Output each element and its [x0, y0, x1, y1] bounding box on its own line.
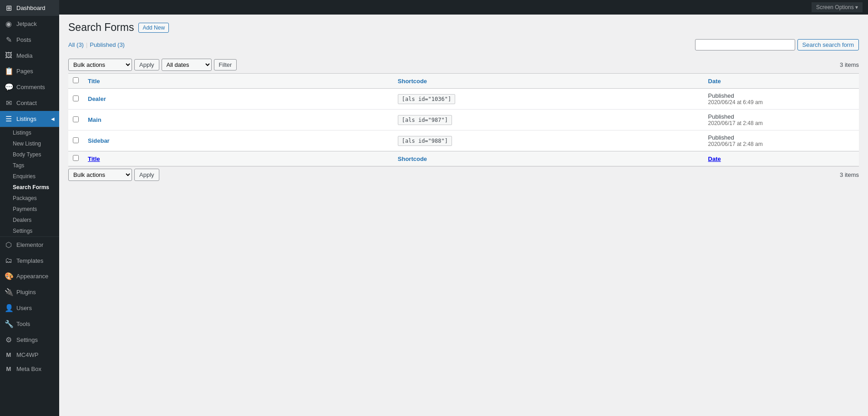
search-forms-table: Title Shortcode Date Dealer: [68, 73, 859, 166]
sidebar-item-media[interactable]: 🖼 Media: [0, 48, 59, 63]
sidebar-item-users[interactable]: 👤 Users: [0, 300, 59, 316]
appearance-icon: 🎨: [5, 272, 13, 281]
sidebar-item-appearance[interactable]: 🎨 Appearance: [0, 268, 59, 284]
sidebar-sub-new-listing[interactable]: New Listing: [0, 138, 59, 149]
sidebar-item-tools[interactable]: 🔧 Tools: [0, 316, 59, 332]
sidebar-item-pages[interactable]: 📋 Pages: [0, 63, 59, 79]
table-body: Dealer [als id="1036"] Published 2020/06…: [68, 89, 859, 151]
sidebar-item-plugins[interactable]: 🔌 Plugins: [0, 284, 59, 300]
sidebar-item-label: Dashboard: [16, 5, 46, 11]
row-title-cell: Main: [83, 110, 393, 130]
sidebar-sub-listings[interactable]: Listings: [0, 127, 59, 138]
sidebar-item-label: Appearance: [16, 273, 48, 280]
sidebar-item-label: Users: [16, 305, 32, 311]
row-title-link[interactable]: Sidebar: [88, 137, 110, 144]
row-title-cell: Sidebar: [83, 130, 393, 151]
column-header-shortcode: Shortcode: [393, 74, 704, 89]
publish-date: 2020/06/17 at 2:48 am: [708, 120, 854, 126]
row-checkbox[interactable]: [73, 95, 79, 101]
add-new-button[interactable]: Add New: [138, 23, 169, 33]
publish-status: Published: [708, 92, 854, 99]
select-all-checkbox-bottom[interactable]: [73, 155, 79, 161]
column-footer-date: Date: [704, 151, 859, 166]
sidebar-sub-body-types[interactable]: Body Types: [0, 149, 59, 160]
table-header-row: Title Shortcode Date: [68, 74, 859, 89]
sidebar-item-label: Listings: [16, 115, 36, 122]
sidebar-item-templates[interactable]: 🗂 Templates: [0, 253, 59, 268]
row-title-link[interactable]: Dealer: [88, 95, 106, 102]
sidebar-sub-settings[interactable]: Settings: [0, 226, 59, 236]
sidebar-item-comments[interactable]: 💬 Comments: [0, 79, 59, 95]
search-input[interactable]: [695, 39, 795, 50]
listings-icon: ☰: [5, 115, 13, 123]
sidebar-item-jetpack[interactable]: ◉ Jetpack: [0, 16, 59, 32]
date-published: Published 2020/06/17 at 2:48 am: [708, 134, 854, 147]
shortcode-value: [als id="1036"]: [398, 94, 455, 104]
sidebar-item-label: Templates: [16, 257, 43, 264]
filter-published-link[interactable]: Published (3): [90, 41, 125, 48]
row-date-cell: Published 2020/06/17 at 2:48 am: [704, 130, 859, 151]
sidebar-item-posts[interactable]: ✎ Posts: [0, 32, 59, 48]
row-title-link[interactable]: Main: [88, 116, 102, 123]
page-header: Search Forms Add New: [68, 21, 859, 34]
content-area: Search Forms Add New All (3) | Published…: [59, 15, 868, 416]
sidebar-item-elementor[interactable]: ⬡ Elementor: [0, 237, 59, 253]
items-count-top: 3 items: [840, 61, 859, 68]
row-checkbox[interactable]: [73, 137, 79, 143]
sidebar-sub-dealers[interactable]: Dealers: [0, 215, 59, 226]
column-footer-title-link[interactable]: Title: [88, 155, 100, 162]
filter-all-link[interactable]: All (3): [68, 41, 84, 48]
table-row: Sidebar [als id="988"] Published 2020/06…: [68, 130, 859, 151]
publish-status: Published: [708, 134, 854, 141]
items-count-bottom: 3 items: [840, 171, 859, 178]
column-footer-cb: [68, 151, 83, 166]
sidebar-item-contact[interactable]: ✉ Contact: [0, 95, 59, 111]
column-date-link[interactable]: Date: [708, 78, 721, 85]
table-row: Dealer [als id="1036"] Published 2020/06…: [68, 89, 859, 110]
publish-date: 2020/06/17 at 2:48 am: [708, 141, 854, 147]
sidebar-item-mc4wp[interactable]: M MC4WP: [0, 348, 59, 362]
listings-submenu: Listings New Listing Body Types Tags Enq…: [0, 127, 59, 236]
templates-icon: 🗂: [5, 256, 13, 265]
pages-icon: 📋: [5, 67, 13, 75]
select-all-checkbox-top[interactable]: [73, 77, 79, 83]
column-footer-date-link[interactable]: Date: [708, 155, 721, 162]
search-button[interactable]: Search search form: [797, 39, 859, 50]
table-row: Main [als id="987"] Published 2020/06/17…: [68, 110, 859, 130]
screen-options-button[interactable]: Screen Options ▾: [812, 2, 863, 12]
sidebar-item-label: Jetpack: [16, 20, 37, 27]
column-header-date: Date: [704, 74, 859, 89]
sidebar-sub-tags[interactable]: Tags: [0, 160, 59, 171]
bulk-actions-select-bottom[interactable]: Bulk actions: [68, 169, 132, 181]
settings-icon: ⚙: [5, 336, 13, 344]
apply-button-top[interactable]: Apply: [134, 59, 159, 70]
filter-button[interactable]: Filter: [214, 59, 237, 70]
row-shortcode-cell: [als id="988"]: [393, 130, 704, 151]
apply-button-bottom[interactable]: Apply: [134, 169, 159, 181]
row-checkbox[interactable]: [73, 116, 79, 122]
media-icon: 🖼: [5, 51, 13, 60]
row-shortcode-cell: [als id="987"]: [393, 110, 704, 130]
row-checkbox-cell: [68, 89, 83, 110]
row-date-cell: Published 2020/06/24 at 6:49 am: [704, 89, 859, 110]
sidebar-item-settings[interactable]: ⚙ Settings: [0, 332, 59, 348]
sidebar-item-meta-box[interactable]: M Meta Box: [0, 362, 59, 376]
table-footer-row: Title Shortcode Date: [68, 151, 859, 166]
column-title-link[interactable]: Title: [88, 78, 100, 85]
listings-arrow-icon: ◀: [51, 116, 55, 121]
sidebar-sub-payments[interactable]: Payments: [0, 204, 59, 215]
column-footer-title: Title: [83, 151, 393, 166]
sidebar-item-label: Pages: [16, 68, 33, 75]
sidebar-sub-search-forms[interactable]: Search Forms: [0, 182, 59, 193]
sidebar-sub-enquiries[interactable]: Enquiries: [0, 171, 59, 182]
plugins-icon: 🔌: [5, 288, 13, 296]
sidebar-item-listings[interactable]: ☰ Listings ◀: [0, 111, 59, 127]
date-filter-select[interactable]: All dates: [162, 59, 212, 71]
sidebar-item-label: Posts: [16, 36, 31, 43]
bulk-actions-select-top[interactable]: Bulk actions: [68, 59, 132, 71]
sidebar-item-dashboard[interactable]: ⊞ Dashboard: [0, 0, 59, 16]
contact-icon: ✉: [5, 99, 13, 107]
sidebar-item-label: Tools: [16, 321, 30, 327]
search-bar: Search search form: [695, 39, 859, 50]
sidebar-sub-packages[interactable]: Packages: [0, 193, 59, 204]
